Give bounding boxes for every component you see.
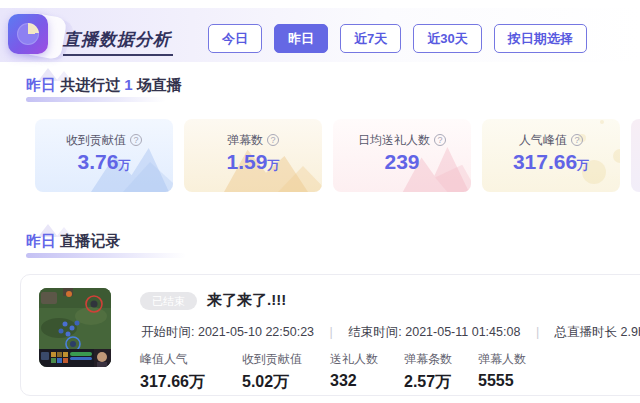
records-prefix: 昨日 xyxy=(26,232,56,249)
summary-section-title: 昨日 共进行过 1 场直播 xyxy=(26,76,182,95)
summary-prefix: 昨日 xyxy=(26,76,56,93)
record-stats-row: 峰值人气 317.66万 收到贡献值 5.02万 送礼人数 332 弹幕条数 2… xyxy=(140,351,526,393)
card-value: 1.59万 xyxy=(184,150,322,174)
header: 直播数据分析 今日 昨日 近7天 近30天 按日期选择 xyxy=(0,8,640,62)
card-value: 3.76万 xyxy=(35,150,173,174)
card-danmaku-count: 弹幕数? 1.59万 xyxy=(184,119,322,192)
stat-danmaku-users: 弹幕人数 5555 xyxy=(478,351,526,393)
record-time-row: 开始时间: 2021-05-10 22:50:23 | 结束时间: 2021-0… xyxy=(141,324,640,341)
card-label: 收到贡献值? xyxy=(35,132,173,149)
tab-last-7-days[interactable]: 近7天 xyxy=(340,24,401,53)
date-range-tabs: 今日 昨日 近7天 近30天 按日期选择 xyxy=(208,24,587,53)
summary-text-before: 共进行过 xyxy=(60,76,120,93)
stream-record-card[interactable]: 已结束 来了来了.!!! 开始时间: 2021-05-10 22:50:23 |… xyxy=(20,274,640,396)
records-section-title: 昨日 直播记录 xyxy=(26,232,120,251)
game-screenshot xyxy=(39,288,111,367)
unit-label: 万 xyxy=(267,158,279,172)
stream-count: 1 xyxy=(124,76,132,93)
end-time-value: 2021-05-11 01:45:08 xyxy=(405,325,520,339)
summary-text-after: 场直播 xyxy=(137,76,182,93)
start-time-label: 开始时间: xyxy=(141,325,194,339)
status-badge: 已结束 xyxy=(140,292,197,310)
unit-label: 万 xyxy=(577,158,589,172)
stat-peak-popularity: 峰值人气 317.66万 xyxy=(140,351,216,393)
tab-pick-date[interactable]: 按日期选择 xyxy=(494,24,587,53)
records-title: 直播记录 xyxy=(60,232,120,249)
tab-today[interactable]: 今日 xyxy=(208,24,262,53)
help-icon[interactable]: ? xyxy=(130,134,142,146)
duration-value: 2.9h xyxy=(621,325,640,339)
record-content: 已结束 来了来了.!!! 开始时间: 2021-05-10 22:50:23 |… xyxy=(140,275,640,395)
separator: | xyxy=(536,325,539,339)
duration-label: 总直播时长 xyxy=(555,325,618,339)
separator: | xyxy=(330,325,333,339)
end-time-label: 结束时间: xyxy=(348,325,401,339)
record-title-row: 已结束 来了来了.!!! xyxy=(140,291,286,310)
tab-last-30-days[interactable]: 近30天 xyxy=(413,24,481,53)
tab-yesterday[interactable]: 昨日 xyxy=(274,24,328,53)
pie-chart-icon xyxy=(8,14,48,54)
card-label: 日均送礼人数? xyxy=(333,132,471,149)
help-icon[interactable]: ? xyxy=(434,134,446,146)
stat-contribution: 收到贡献值 5.02万 xyxy=(242,351,304,393)
stream-thumbnail[interactable] xyxy=(39,288,111,367)
title-underline xyxy=(26,253,186,258)
card-partial xyxy=(631,119,640,192)
card-daily-gifters: 日均送礼人数? 239 xyxy=(333,119,471,192)
card-label: 人气峰值? xyxy=(482,132,620,149)
card-peak-popularity: 人气峰值? 317.66万 xyxy=(482,119,620,192)
title-underline xyxy=(26,97,166,102)
card-value: 239 xyxy=(333,150,471,174)
summary-cards-row: 收到贡献值? 3.76万 弹幕数? 1.59万 日均送礼人数? 239 人气峰值… xyxy=(35,119,640,192)
stat-danmaku-count: 弹幕条数 2.57万 xyxy=(404,351,452,393)
stat-gifters: 送礼人数 332 xyxy=(330,351,378,393)
page-title: 直播数据分析 xyxy=(63,28,173,56)
unit-label: 万 xyxy=(118,158,130,172)
live-analytics-page: { "header": { "title": "直播数据分析", "tabs":… xyxy=(0,0,640,403)
card-contribution: 收到贡献值? 3.76万 xyxy=(35,119,173,192)
card-label: 弹幕数? xyxy=(184,132,322,149)
start-time-value: 2021-05-10 22:50:23 xyxy=(198,325,314,339)
card-value: 317.66万 xyxy=(482,150,620,174)
help-icon[interactable]: ? xyxy=(571,134,583,146)
stream-title: 来了来了.!!! xyxy=(207,291,286,310)
help-icon[interactable]: ? xyxy=(267,134,279,146)
